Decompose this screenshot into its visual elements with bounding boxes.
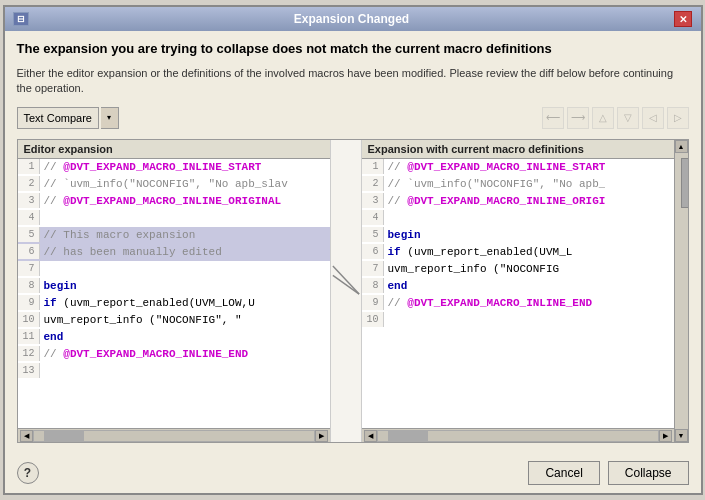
line-number: 4: [18, 210, 40, 225]
line-content: [384, 312, 388, 313]
prev-change-left-button[interactable]: ⟵: [542, 107, 564, 129]
line-number: 3: [18, 193, 40, 208]
next-diff-button[interactable]: ▷: [667, 107, 689, 129]
line-content: // @DVT_EXPAND_MACRO_INLINE_END: [40, 346, 249, 362]
left-horizontal-scrollbar[interactable]: ◀ ▶: [18, 428, 330, 442]
line-number: 8: [18, 278, 40, 293]
table-row: 8 end: [362, 278, 674, 295]
line-content: // `uvm_info("NOCONFIG", "No apb_: [384, 176, 606, 192]
line-number: 6: [362, 244, 384, 259]
scroll-right-button[interactable]: ▶: [315, 430, 328, 442]
table-row: 6 if (uvm_report_enabled(UVM_L: [362, 244, 674, 261]
table-row: 3 // @DVT_EXPAND_MACRO_INLINE_ORIGI: [362, 193, 674, 210]
line-content: [40, 363, 44, 364]
table-row: 11 end: [18, 329, 330, 346]
line-content: end: [384, 278, 408, 294]
scroll-track[interactable]: [377, 430, 659, 442]
scroll-thumb[interactable]: [44, 431, 84, 441]
right-pane-header: Expansion with current macro definitions: [362, 140, 674, 159]
right-code-lines: 1 // @DVT_EXPAND_MACRO_INLINE_START 2 //…: [362, 159, 674, 428]
dialog-title: Expansion Changed: [294, 12, 409, 26]
table-row: 10 uvm_report_info ("NOCONFIG", ": [18, 312, 330, 329]
table-row: 5 // This macro expansion: [18, 227, 330, 244]
text-compare-button[interactable]: Text Compare: [17, 107, 99, 129]
scroll-down-button[interactable]: ▼: [675, 429, 688, 442]
prev-diff-button[interactable]: ◁: [642, 107, 664, 129]
line-number: 12: [18, 346, 40, 361]
line-number: 7: [362, 261, 384, 276]
compare-toolbar: Text Compare ▾ ⟵ ⟶ △ ▽ ◁ ▷: [17, 105, 689, 131]
scroll-right-button[interactable]: ▶: [659, 430, 672, 442]
table-row: 1 // @DVT_EXPAND_MACRO_INLINE_START: [362, 159, 674, 176]
left-pane-content[interactable]: 1 // @DVT_EXPAND_MACRO_INLINE_START 2 //…: [18, 159, 330, 428]
text-compare-label: Text Compare: [24, 112, 92, 124]
title-bar-left-icons: ⊟: [13, 12, 29, 26]
next-change-right-button[interactable]: ⟶: [567, 107, 589, 129]
table-row: 6 // has been manually edited: [18, 244, 330, 261]
scroll-track[interactable]: [33, 430, 315, 442]
table-row: 3 // @DVT_EXPAND_MACRO_INLINE_ORIGINAL: [18, 193, 330, 210]
table-row: 5 begin: [362, 227, 674, 244]
line-content: end: [40, 329, 64, 345]
table-row: 2 // `uvm_info("NOCONFIG", "No apb_: [362, 176, 674, 193]
connector-area: [330, 140, 362, 442]
line-number: 9: [18, 295, 40, 310]
line-number: 7: [18, 261, 40, 276]
action-buttons: Cancel Collapse: [528, 461, 688, 485]
table-row: 9 if (uvm_report_enabled(UVM_LOW,U: [18, 295, 330, 312]
table-row: 8 begin: [18, 278, 330, 295]
line-content: // @DVT_EXPAND_MACRO_INLINE_ORIGINAL: [40, 193, 282, 209]
line-number: 2: [18, 176, 40, 191]
copy-left-button[interactable]: △: [592, 107, 614, 129]
window-menu-icon[interactable]: ⊟: [13, 12, 29, 26]
line-content: uvm_report_info ("NOCONFIG", ": [40, 312, 242, 328]
scroll-left-button[interactable]: ◀: [364, 430, 377, 442]
toolbar-left: Text Compare ▾: [17, 107, 119, 129]
table-row: 12 // @DVT_EXPAND_MACRO_INLINE_END: [18, 346, 330, 363]
warning-title: The expansion you are trying to collapse…: [17, 41, 689, 58]
line-content: // @DVT_EXPAND_MACRO_INLINE_START: [384, 159, 606, 175]
text-compare-dropdown[interactable]: ▾: [101, 107, 119, 129]
line-content: [40, 261, 44, 262]
right-pane-content[interactable]: 1 // @DVT_EXPAND_MACRO_INLINE_START 2 //…: [362, 159, 674, 428]
table-row: 1 // @DVT_EXPAND_MACRO_INLINE_START: [18, 159, 330, 176]
change-connector: [331, 260, 361, 300]
line-number: 5: [18, 227, 40, 242]
table-row: 4: [362, 210, 674, 227]
compare-area: Editor expansion 1 // @DVT_EXPAND_MACRO_…: [17, 139, 689, 443]
line-number: 3: [362, 193, 384, 208]
line-number: 11: [18, 329, 40, 344]
line-number: 10: [18, 312, 40, 327]
scroll-thumb[interactable]: [388, 431, 428, 441]
scroll-thumb-v[interactable]: [681, 158, 689, 208]
toolbar-right: ⟵ ⟶ △ ▽ ◁ ▷: [542, 107, 689, 129]
copy-right-button[interactable]: ▽: [617, 107, 639, 129]
table-row: 7: [18, 261, 330, 278]
table-row: 13: [18, 363, 330, 380]
expansion-changed-dialog: ⊟ Expansion Changed ✕ The expansion you …: [3, 5, 703, 495]
table-row: 9 // @DVT_EXPAND_MACRO_INLINE_END: [362, 295, 674, 312]
table-row: 7 uvm_report_info ("NOCONFIG: [362, 261, 674, 278]
collapse-button[interactable]: Collapse: [608, 461, 689, 485]
dropdown-arrow-icon: ▾: [107, 113, 111, 122]
cancel-button[interactable]: Cancel: [528, 461, 599, 485]
line-number: 6: [18, 244, 40, 259]
scroll-left-button[interactable]: ◀: [20, 430, 33, 442]
right-pane: Expansion with current macro definitions…: [362, 140, 674, 442]
scroll-up-button[interactable]: ▲: [675, 140, 688, 153]
line-content: begin: [40, 278, 77, 294]
line-number: 9: [362, 295, 384, 310]
bottom-bar: ? Cancel Collapse: [5, 453, 701, 493]
line-content: // This macro expansion: [40, 227, 196, 243]
line-content: [40, 210, 44, 211]
help-button[interactable]: ?: [17, 462, 39, 484]
help-label: ?: [24, 466, 31, 480]
line-number: 4: [362, 210, 384, 225]
close-button[interactable]: ✕: [674, 11, 692, 27]
line-number: 2: [362, 176, 384, 191]
left-pane: Editor expansion 1 // @DVT_EXPAND_MACRO_…: [18, 140, 330, 442]
line-content: begin: [384, 227, 421, 243]
line-content: // @DVT_EXPAND_MACRO_INLINE_ORIGI: [384, 193, 606, 209]
vertical-scrollbar[interactable]: ▲ ▼: [674, 140, 688, 442]
right-horizontal-scrollbar[interactable]: ◀ ▶: [362, 428, 674, 442]
